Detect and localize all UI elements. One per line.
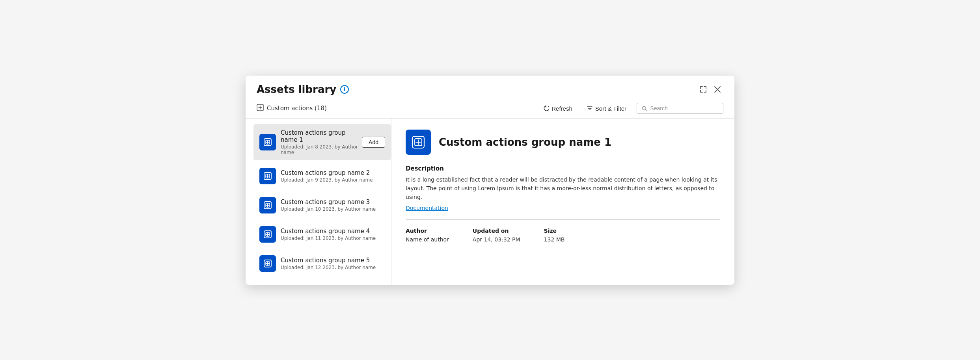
- updated-label: Updated on: [473, 228, 520, 234]
- svg-point-1: [642, 106, 646, 110]
- list-item[interactable]: Custom actions group name 3 Uploaded: Ja…: [253, 192, 391, 219]
- list-item-left: Custom actions group name 5 Uploaded: Ja…: [259, 255, 376, 272]
- info-icon[interactable]: i: [340, 85, 349, 94]
- expand-button[interactable]: [697, 84, 709, 95]
- documentation-link[interactable]: Documentation: [406, 205, 448, 211]
- updated-col: Updated on Apr 14, 03:32 PM: [473, 228, 520, 243]
- item-icon: [259, 197, 276, 213]
- list-panel: Custom actions group name 1 Uploaded: Ja…: [246, 119, 391, 285]
- search-icon: [642, 106, 647, 111]
- detail-title: Custom actions group name 1: [439, 136, 611, 148]
- item-icon: [259, 226, 276, 243]
- search-box[interactable]: [637, 103, 723, 114]
- item-sub: Uploaded: Jan 9 2023, by Author name: [281, 177, 373, 183]
- author-col: Author Name of author: [406, 228, 449, 243]
- title-row: Assets library i: [257, 84, 349, 95]
- list-item[interactable]: Custom actions group name 4 Uploaded: Ja…: [253, 221, 391, 248]
- toolbar-right: Refresh Sort & Filter: [539, 103, 723, 114]
- dialog-controls: [697, 84, 723, 95]
- size-label: Size: [544, 228, 565, 234]
- list-item-left: Custom actions group name 1 Uploaded: Ja…: [259, 129, 362, 155]
- size-col: Size 132 MB: [544, 228, 565, 243]
- list-item[interactable]: Custom actions group name 2 Uploaded: Ja…: [253, 163, 391, 189]
- close-button[interactable]: [712, 84, 723, 95]
- detail-title-row: Custom actions group name 1: [406, 130, 720, 155]
- item-name: Custom actions group name 2: [281, 169, 373, 176]
- section-label: Custom actions (18): [257, 104, 327, 113]
- updated-value: Apr 14, 03:32 PM: [473, 236, 520, 243]
- detail-panel: Custom actions group name 1 Description …: [391, 119, 734, 285]
- assets-library-dialog: Assets library i C: [246, 76, 734, 285]
- divider: [406, 219, 720, 220]
- item-sub: Uploaded: Jan 11 2023, by Author name: [281, 236, 376, 241]
- list-item-left: Custom actions group name 4 Uploaded: Ja…: [259, 226, 376, 243]
- description-label: Description: [406, 165, 720, 172]
- section-title: Custom actions (18): [267, 105, 327, 112]
- item-text: Custom actions group name 4 Uploaded: Ja…: [281, 228, 376, 241]
- search-input[interactable]: [650, 105, 718, 111]
- item-name: Custom actions group name 4: [281, 228, 376, 235]
- sort-filter-label: Sort & Filter: [595, 105, 626, 112]
- item-text: Custom actions group name 2 Uploaded: Ja…: [281, 169, 373, 183]
- item-text: Custom actions group name 3 Uploaded: Ja…: [281, 199, 376, 212]
- item-icon: [259, 255, 276, 272]
- item-icon: [259, 134, 276, 150]
- item-name: Custom actions group name 5: [281, 257, 376, 264]
- item-sub: Uploaded: Jan 10 2023, by Author name: [281, 206, 376, 212]
- sort-filter-button[interactable]: Sort & Filter: [583, 103, 630, 114]
- dialog-body: Custom actions group name 1 Uploaded: Ja…: [246, 119, 734, 285]
- item-sub: Uploaded: Jan 8 2023, by Author name: [281, 144, 362, 155]
- list-item[interactable]: Custom actions group name 1 Uploaded: Ja…: [253, 124, 391, 160]
- add-button[interactable]: Add: [362, 137, 385, 148]
- refresh-label: Refresh: [551, 105, 572, 112]
- section-icon: [257, 104, 264, 113]
- list-item-left: Custom actions group name 2 Uploaded: Ja…: [259, 168, 373, 184]
- list-item-left: Custom actions group name 3 Uploaded: Ja…: [259, 197, 376, 213]
- item-icon: [259, 168, 276, 184]
- detail-meta: Author Name of author Updated on Apr 14,…: [406, 228, 720, 243]
- toolbar: Custom actions (18) Refresh Sort & Filte…: [246, 99, 734, 119]
- item-name: Custom actions group name 1: [281, 129, 362, 143]
- refresh-button[interactable]: Refresh: [539, 103, 576, 114]
- dialog-header: Assets library i: [246, 76, 734, 99]
- item-name: Custom actions group name 3: [281, 199, 376, 206]
- item-text: Custom actions group name 5 Uploaded: Ja…: [281, 257, 376, 270]
- item-text: Custom actions group name 1 Uploaded: Ja…: [281, 129, 362, 155]
- item-sub: Uploaded: Jan 12 2023, by Author name: [281, 265, 376, 270]
- size-value: 132 MB: [544, 236, 565, 243]
- detail-icon: [406, 130, 431, 155]
- dialog-title: Assets library: [257, 84, 336, 95]
- description-text: It is a long established fact that a rea…: [406, 175, 720, 202]
- list-item[interactable]: Custom actions group name 5 Uploaded: Ja…: [253, 250, 391, 277]
- author-label: Author: [406, 228, 449, 234]
- author-value: Name of author: [406, 236, 449, 243]
